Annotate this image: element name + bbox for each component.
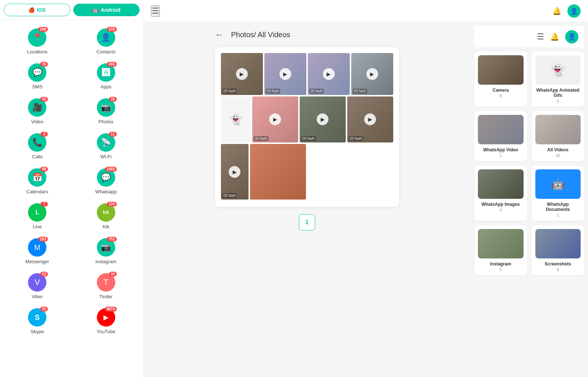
badge-4: 50: [40, 97, 48, 102]
center-panel: ← Photos/ All Videos ▶ 00:NaN ▶ 00:NaN ▶: [144, 22, 588, 377]
icon-17: ▶: [103, 313, 109, 321]
folder-card-all-videos[interactable]: All Videos 10: [532, 111, 585, 161]
badge-0: 208: [38, 27, 48, 32]
sidebar-icon-8: 📅 88: [28, 168, 46, 187]
video-thumb-small[interactable]: [250, 144, 306, 200]
sidebar-item-line[interactable]: L 7 Line: [4, 199, 71, 232]
sidebar-item-skype[interactable]: S 25 Skype: [4, 304, 71, 337]
sidebar: 🍎 IOS 🤖 Android 📍 208 Locations 👤 100 Co…: [0, 0, 144, 377]
sidebar-item-calendars[interactable]: 📅 88 Calendars: [4, 164, 71, 197]
bell-icon-right[interactable]: 🔔: [550, 32, 559, 41]
duration: 00:NaN: [222, 89, 237, 94]
gallery-grid: ▶ 00:NaN ▶ 00:NaN ▶ 00:NaN ▶ 00:NaN: [215, 47, 399, 207]
sidebar-item-kik[interactable]: kik 100 Kik: [73, 199, 140, 232]
folder-name-3: All Videos: [547, 147, 568, 152]
android-label: Android: [101, 7, 120, 13]
item-label-9: Whatsapp: [95, 189, 117, 194]
badge-10: 7: [41, 202, 48, 207]
play-button[interactable]: ▶: [366, 68, 378, 80]
folder-card-screenshots[interactable]: Screenshots 6: [532, 225, 585, 275]
sidebar-icon-12: M 103: [28, 238, 46, 257]
folder-name-2: WhatsApp Video: [483, 147, 518, 152]
sidebar-icon-6: 📞 3: [28, 133, 46, 152]
duration: 00:NaN: [266, 89, 281, 94]
badge-17: 9874: [105, 307, 117, 311]
hamburger-icon-right[interactable]: ☰: [537, 32, 544, 42]
sidebar-item-tinder[interactable]: T 34 Tinder: [73, 269, 140, 302]
sidebar-item-photos[interactable]: 📷 26 Photos: [73, 94, 140, 127]
sidebar-item-wi-fi[interactable]: 📡 11 Wi-Fi: [73, 129, 140, 162]
badge-3: 456: [107, 62, 117, 67]
android-icon: 🤖: [92, 7, 98, 13]
page-1-button[interactable]: 1: [299, 214, 315, 230]
play-button[interactable]: ▶: [317, 113, 328, 125]
video-thumb[interactable]: ▶ 00:NaN: [221, 53, 263, 95]
bell-icon[interactable]: 🔔: [552, 7, 561, 15]
avatar[interactable]: 👤: [567, 4, 581, 18]
avatar-right[interactable]: 👤: [565, 30, 578, 43]
play-button[interactable]: ▶: [279, 68, 291, 80]
item-label-15: Tinder: [99, 294, 113, 299]
video-thumb[interactable]: ▶ 00:NaN: [252, 96, 298, 142]
item-label-8: Calendars: [27, 189, 48, 194]
folder-card-whatsapp-animated-gifs[interactable]: 👻 WhatsApp Animated Gifs 1: [532, 52, 585, 107]
icon-9: 💬: [101, 173, 111, 182]
back-button[interactable]: ←: [215, 29, 224, 40]
ios-tab[interactable]: 🍎 IOS: [4, 4, 70, 16]
duration: 00:NaN: [349, 136, 363, 141]
badge-1: 100: [107, 27, 117, 32]
icon-5: 📷: [101, 103, 111, 112]
sidebar-icon-5: 📷 26: [97, 98, 115, 117]
menu-button[interactable]: ☰: [151, 6, 160, 17]
item-label-12: Messenger: [25, 259, 49, 264]
play-button[interactable]: ▶: [236, 68, 248, 80]
play-button[interactable]: ▶: [364, 113, 376, 125]
badge-14: 53: [40, 272, 48, 276]
video-thumb[interactable]: ▶ 00:NaN: [308, 53, 350, 95]
sidebar-item-messenger[interactable]: M 103 Messenger: [4, 234, 71, 267]
folder-thumb-5: 🤖: [535, 169, 581, 199]
video-thumb[interactable]: ▶ 00:NaN: [351, 53, 393, 95]
folder-card-instagram[interactable]: Instagram 5: [474, 225, 527, 275]
folder-card-camera[interactable]: Camera 8: [474, 52, 527, 107]
sidebar-item-whatsapp[interactable]: 💬 1469 Whatsapp: [73, 164, 140, 197]
sidebar-icon-7: 📡 11: [97, 133, 115, 152]
sidebar-item-viber[interactable]: V 53 Viber: [4, 269, 71, 302]
badge-5: 26: [109, 97, 117, 102]
folder-thumb-0: [478, 55, 524, 85]
video-thumb[interactable]: ▶ 00:NaN: [264, 53, 306, 95]
ios-label: IOS: [37, 7, 46, 13]
video-thumb[interactable]: ▶ 00:NaN: [221, 144, 249, 200]
sidebar-item-video[interactable]: 🎥 50 Video: [4, 94, 71, 127]
folder-card-whatsapp-images[interactable]: WhatsApp Images 4: [474, 166, 527, 221]
badge-12: 103: [38, 237, 48, 242]
badge-15: 34: [109, 272, 117, 276]
video-thumb[interactable]: ▶ 00:NaN: [347, 96, 393, 142]
sidebar-item-sms[interactable]: 💬 30 SMS: [4, 59, 71, 92]
video-thumb-gif[interactable]: 👻: [221, 96, 251, 142]
play-button[interactable]: ▶: [229, 166, 240, 178]
item-label-14: Viber: [32, 294, 43, 299]
sidebar-item-locations[interactable]: 📍 208 Locations: [4, 24, 71, 57]
badge-2: 30: [40, 62, 48, 67]
top-bar: ☰ 🔔 👤: [144, 0, 588, 22]
folder-grid: Camera 8 👻 WhatsApp Animated Gifs 1 What…: [474, 48, 584, 279]
icon-10: L: [35, 209, 39, 216]
folder-count-5: 1: [557, 213, 559, 217]
sidebar-item-youtube[interactable]: ▶ 9874 YouTube: [73, 304, 140, 337]
sidebar-item-contacts[interactable]: 👤 100 Contacts: [73, 24, 140, 57]
pagination: 1: [299, 214, 315, 230]
sidebar-item-apps[interactable]: 🅰 456 Apps: [73, 59, 140, 92]
folder-card-whatsapp-video[interactable]: WhatsApp Video 1: [474, 111, 527, 161]
sidebar-item-instagram[interactable]: 📷 752 instagram: [73, 234, 140, 267]
folder-card-whatsapp-documents[interactable]: 🤖 WhatsApp Documents 1: [532, 166, 585, 221]
play-button[interactable]: ▶: [269, 113, 281, 125]
sidebar-item-calls[interactable]: 📞 3 Calls: [4, 129, 71, 162]
platform-tabs: 🍎 IOS 🤖 Android: [0, 0, 143, 20]
sidebar-icon-2: 💬 30: [28, 63, 46, 82]
play-button[interactable]: ▶: [323, 68, 335, 80]
video-thumb[interactable]: ▶ 00:NaN: [300, 96, 346, 142]
badge-8: 88: [40, 167, 48, 172]
android-tab[interactable]: 🤖 Android: [73, 4, 140, 16]
icon-0: 📍: [32, 33, 42, 42]
